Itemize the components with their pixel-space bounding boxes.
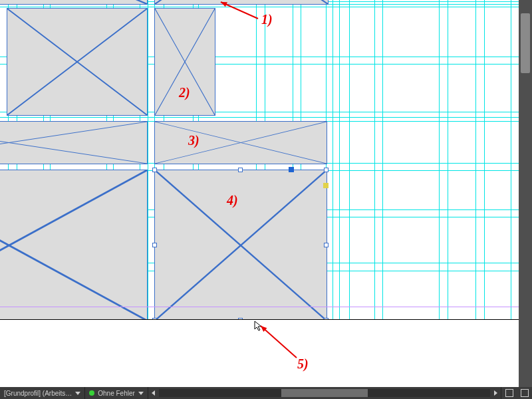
preflight-status-dropdown[interactable]: Ohne Fehler [85, 387, 148, 399]
horizontal-scrollbar[interactable] [148, 387, 501, 399]
svg-line-19 [261, 326, 297, 358]
image-frame[interactable] [7, 8, 148, 116]
split-view-icon[interactable] [521, 389, 529, 397]
annotation-label: 4) [227, 193, 238, 208]
vertical-scrollbar[interactable] [519, 0, 532, 387]
svg-line-12 [0, 170, 147, 320]
document-page[interactable] [0, 0, 519, 320]
svg-line-1 [0, 0, 147, 4]
chevron-down-icon [75, 392, 80, 395]
preflight-label: Ohne Fehler [98, 390, 135, 397]
scroll-left-button[interactable] [148, 387, 159, 399]
status-bar: [Grundprofil] (Arbeits… Ohne Fehler [0, 387, 532, 399]
annotation-label: 2) [179, 85, 190, 100]
view-mode-buttons[interactable] [501, 387, 532, 399]
image-frame[interactable] [0, 121, 148, 164]
annotation-arrow [255, 321, 302, 363]
annotation-label: 3) [188, 133, 200, 148]
profile-label: [Grundprofil] (Arbeits… [4, 390, 72, 397]
preflight-profile-dropdown[interactable]: [Grundprofil] (Arbeits… [0, 387, 85, 399]
svg-line-9 [0, 122, 147, 164]
scrollbar-thumb[interactable] [521, 13, 530, 73]
image-frame[interactable] [154, 121, 327, 164]
scroll-right-button[interactable] [490, 387, 501, 399]
image-frame[interactable] [0, 0, 148, 5]
chevron-down-icon [138, 392, 144, 395]
status-ok-icon [89, 390, 94, 396]
svg-line-8 [0, 122, 147, 164]
svg-line-13 [0, 170, 147, 320]
image-frame[interactable] [0, 170, 148, 320]
annotation-arrow [215, 0, 263, 24]
image-frame[interactable] [154, 170, 327, 320]
split-view-icon[interactable] [505, 389, 513, 397]
scrollbar-thumb[interactable] [281, 389, 368, 397]
svg-line-0 [0, 0, 147, 4]
margin-guide [0, 307, 519, 307]
